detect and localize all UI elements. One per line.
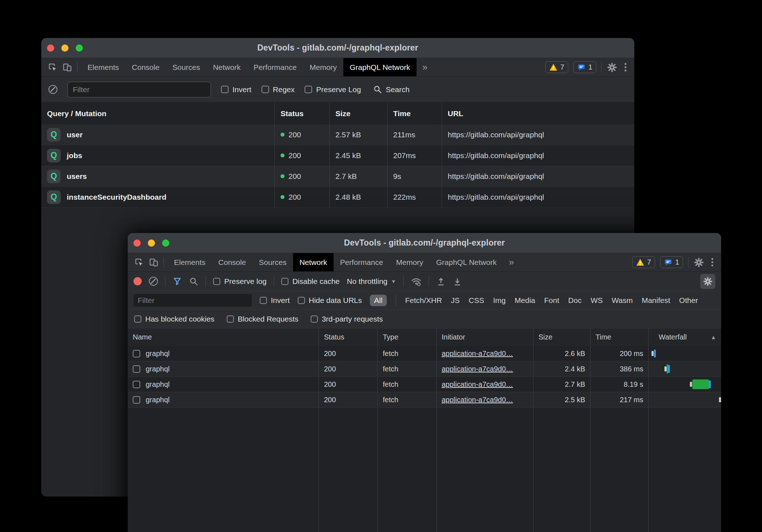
tab-memory[interactable]: Memory [303, 58, 343, 76]
regex-checkbox[interactable] [262, 86, 269, 93]
column-header-url[interactable]: URL [442, 103, 634, 124]
table-row[interactable]: Qjobs 200 2.45 kB 207ms https://gitlab.c… [41, 145, 634, 166]
disable-cache-checkbox-group[interactable]: Disable cache [281, 277, 340, 286]
preserve-log-checkbox[interactable] [213, 278, 220, 285]
column-header-name[interactable]: Name [128, 328, 319, 346]
table-row[interactable]: Qusers 200 2.7 kB 9s https://gitlab.com/… [41, 166, 634, 187]
warnings-badge[interactable]: 7 [632, 256, 655, 268]
tab-graphql-network[interactable]: GraphQL Network [343, 58, 417, 76]
titlebar[interactable]: DevTools - gitlab.com/-/graphql-explorer [128, 233, 721, 253]
invert-checkbox[interactable] [221, 86, 229, 93]
type-filter-css[interactable]: CSS [469, 296, 484, 305]
type-filter-all[interactable]: All [370, 295, 387, 306]
invert-checkbox[interactable] [260, 297, 267, 304]
column-header-time[interactable]: Time [387, 103, 442, 124]
import-har-icon[interactable] [436, 277, 446, 286]
filter-funnel-icon[interactable] [173, 277, 182, 286]
issues-badge[interactable]: 1 [573, 61, 596, 73]
table-row[interactable]: QinstanceSecurityDashboard 200 2.48 kB 2… [41, 187, 634, 208]
regex-checkbox-group[interactable]: Regex [262, 85, 295, 94]
tab-sources[interactable]: Sources [253, 253, 293, 271]
type-filter-doc[interactable]: Doc [568, 296, 582, 305]
type-filter-js[interactable]: JS [451, 296, 460, 305]
preserve-log-checkbox-group[interactable]: Preserve log [213, 277, 267, 286]
type-filter-other[interactable]: Other [679, 296, 698, 305]
device-toolbar-icon[interactable] [149, 257, 159, 267]
hide-data-urls-checkbox-group[interactable]: Hide data URLs [298, 296, 362, 305]
request-row[interactable]: graphql 200 fetch application-a7ca9d0… 2… [128, 346, 721, 361]
has-blocked-cookies-checkbox-group[interactable]: Has blocked cookies [134, 315, 215, 323]
column-header-waterfall[interactable]: Waterfall ▲ [649, 328, 721, 346]
column-header-initiator[interactable]: Initiator [437, 328, 533, 346]
column-header-query-mutation[interactable]: Query / Mutation [41, 103, 275, 124]
column-header-size[interactable]: Size [330, 103, 387, 124]
type-filter-font[interactable]: Font [544, 296, 559, 305]
more-tabs-icon[interactable]: » [503, 253, 519, 271]
row-checkbox[interactable] [133, 365, 140, 373]
settings-gear-icon[interactable] [693, 257, 704, 268]
close-button[interactable] [47, 44, 54, 52]
type-filter-fetch-xhr[interactable]: Fetch/XHR [405, 296, 442, 305]
request-row[interactable]: graphql 200 fetch application-a7ca9d0… 2… [128, 361, 721, 377]
type-filter-manifest[interactable]: Manifest [642, 296, 670, 305]
tab-performance[interactable]: Performance [334, 253, 390, 271]
type-filter-wasm[interactable]: Wasm [612, 296, 633, 305]
blocked-requests-checkbox[interactable] [227, 315, 234, 323]
more-tabs-icon[interactable]: » [417, 58, 433, 76]
tab-console[interactable]: Console [212, 253, 253, 271]
minimize-button[interactable] [61, 44, 69, 52]
device-toolbar-icon[interactable] [62, 62, 72, 72]
maximize-button[interactable] [76, 44, 83, 52]
network-conditions-icon[interactable] [411, 276, 422, 286]
column-header-status[interactable]: Status [319, 328, 378, 346]
initiator-link[interactable]: application-a7ca9d0… [442, 396, 513, 404]
initiator-link[interactable]: application-a7ca9d0… [442, 350, 513, 358]
preserve-log-checkbox-group[interactable]: Preserve Log [305, 85, 361, 94]
third-party-requests-checkbox[interactable] [311, 315, 318, 323]
filter-input[interactable] [133, 294, 252, 307]
column-header-size[interactable]: Size [533, 328, 591, 346]
settings-gear-icon[interactable] [607, 62, 617, 73]
more-options-icon[interactable] [709, 258, 715, 266]
titlebar[interactable]: DevTools - gitlab.com/-/graphql-explorer [41, 38, 634, 58]
inspect-element-icon[interactable] [48, 62, 57, 72]
column-header-time[interactable]: Time [591, 328, 649, 346]
request-row[interactable]: graphql 200 fetch application-a7ca9d0… 2… [128, 392, 721, 408]
tab-graphql-network[interactable]: GraphQL Network [430, 253, 503, 271]
clear-icon[interactable] [48, 85, 57, 94]
blocked-requests-checkbox-group[interactable]: Blocked Requests [227, 315, 298, 323]
more-options-icon[interactable] [622, 63, 629, 71]
initiator-link[interactable]: application-a7ca9d0… [442, 380, 513, 389]
tab-elements[interactable]: Elements [81, 58, 126, 76]
minimize-button[interactable] [148, 239, 155, 247]
filter-input[interactable] [67, 82, 211, 98]
network-settings-button[interactable] [700, 274, 715, 289]
tab-console[interactable]: Console [126, 58, 166, 76]
type-filter-img[interactable]: Img [493, 296, 506, 305]
tab-elements[interactable]: Elements [168, 253, 212, 271]
type-filter-ws[interactable]: WS [591, 296, 603, 305]
inspect-element-icon[interactable] [134, 257, 144, 267]
disable-cache-checkbox[interactable] [281, 278, 288, 285]
table-row[interactable]: Quser 200 2.57 kB 211ms https://gitlab.c… [41, 124, 634, 145]
invert-checkbox-group[interactable]: Invert [221, 85, 251, 94]
record-button[interactable] [133, 277, 142, 285]
search-icon[interactable] [189, 277, 198, 286]
preserve-log-checkbox[interactable] [305, 86, 312, 93]
search-group[interactable]: Search [373, 85, 410, 94]
third-party-requests-checkbox-group[interactable]: 3rd-party requests [311, 315, 383, 323]
request-row[interactable]: graphql 200 fetch application-a7ca9d0… 2… [128, 377, 721, 392]
type-filter-media[interactable]: Media [515, 296, 535, 305]
export-har-icon[interactable] [453, 277, 462, 286]
clear-icon[interactable] [149, 277, 158, 286]
hide-data-urls-checkbox[interactable] [298, 297, 305, 304]
tab-network[interactable]: Network [293, 253, 334, 271]
tab-memory[interactable]: Memory [390, 253, 430, 271]
tab-network[interactable]: Network [207, 58, 247, 76]
tab-sources[interactable]: Sources [166, 58, 207, 76]
invert-checkbox-group[interactable]: Invert [260, 296, 290, 305]
issues-badge[interactable]: 1 [660, 256, 683, 268]
row-checkbox[interactable] [133, 350, 140, 357]
throttling-select[interactable]: No throttling ▼ [347, 277, 396, 286]
has-blocked-cookies-checkbox[interactable] [134, 315, 141, 323]
